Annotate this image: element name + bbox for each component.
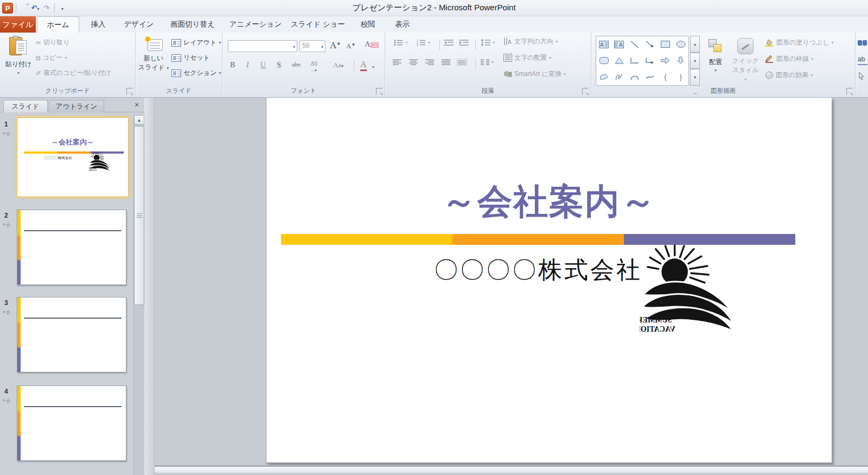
- shape-textbox-icon[interactable]: A: [596, 36, 611, 53]
- shape-fill-button[interactable]: 図形の塗りつぶし▾: [765, 38, 833, 47]
- bold-button[interactable]: B: [230, 61, 235, 69]
- shape-arrow-icon[interactable]: [642, 36, 658, 53]
- slide-thumbnail-2[interactable]: [17, 210, 126, 285]
- columns-button[interactable]: ▾: [481, 59, 494, 66]
- shape-rounded-rectangle-icon[interactable]: [596, 53, 611, 69]
- shape-right-brace-icon[interactable]: }: [673, 68, 688, 85]
- shape-line-icon[interactable]: [627, 36, 642, 53]
- paste-button[interactable]: 貼り付け ▾: [3, 35, 34, 86]
- scrollbar-thumb[interactable]: [134, 126, 144, 305]
- decrease-indent-button[interactable]: [444, 39, 454, 46]
- font-dialog-launcher[interactable]: [376, 88, 382, 94]
- tab-animations[interactable]: アニメーション: [227, 16, 284, 33]
- tab-transitions[interactable]: 画面切り替え: [163, 16, 222, 33]
- slide-accent-bar[interactable]: [281, 234, 795, 245]
- section-button[interactable]: セクション▾: [171, 68, 221, 78]
- shape-vertical-textbox-icon[interactable]: A: [611, 36, 627, 53]
- text-direction-button[interactable]: A 文字列の方向▾: [503, 37, 558, 46]
- shape-arc-icon[interactable]: [627, 68, 642, 85]
- numbering-button[interactable]: 123 ▾: [417, 39, 430, 46]
- text-shadow-button[interactable]: S: [277, 61, 281, 69]
- shape-elbow-arrow-icon[interactable]: [642, 53, 658, 69]
- tab-view[interactable]: 表示: [386, 16, 419, 33]
- gallery-up-button[interactable]: ▲: [690, 36, 700, 53]
- shape-down-arrow-icon[interactable]: [673, 53, 688, 69]
- gallery-down-button[interactable]: ▼: [690, 53, 700, 69]
- character-spacing-button[interactable]: A̲V̲↔▾: [310, 60, 318, 73]
- underline-button[interactable]: U: [260, 61, 266, 69]
- slide-thumbnail-1[interactable]: ～会社案内～ 〇〇〇〇株式会社: [17, 117, 129, 197]
- layout-button[interactable]: レイアウト▾: [171, 38, 221, 47]
- scrollbar-up-arrow[interactable]: ▲: [134, 115, 144, 125]
- align-left-button[interactable]: [393, 59, 402, 66]
- strikethrough-button[interactable]: abc: [292, 61, 301, 69]
- justify-button[interactable]: [442, 59, 451, 66]
- shape-freeform-icon[interactable]: [596, 68, 611, 85]
- tab-file[interactable]: ファイル: [0, 16, 36, 33]
- copy-button[interactable]: ⧉ コピー▾: [36, 53, 67, 62]
- convert-smartart-button[interactable]: SmartArt に変換▾: [503, 69, 566, 79]
- panel-splitter[interactable]: [144, 98, 155, 475]
- line-spacing-button[interactable]: ▾: [481, 39, 495, 46]
- shape-triangle-icon[interactable]: [611, 53, 627, 69]
- slide-thumbnail-4[interactable]: [17, 385, 126, 461]
- drawing-dialog-launcher[interactable]: [846, 88, 853, 94]
- align-center-button[interactable]: [409, 59, 418, 66]
- select-button[interactable]: [858, 72, 868, 81]
- clipboard-dialog-launcher[interactable]: [126, 88, 133, 94]
- font-name-combo[interactable]: ▾: [228, 40, 297, 52]
- company-logo[interactable]: SUMMER VACATION: [640, 244, 738, 337]
- copy-icon: ⧉: [36, 54, 41, 62]
- align-right-button[interactable]: [425, 59, 435, 66]
- slide-title[interactable]: ～会社案内～: [288, 178, 810, 225]
- animation-indicator-icon[interactable]: ☆: [3, 309, 11, 316]
- tab-review[interactable]: 校閲: [352, 16, 384, 33]
- increase-indent-button[interactable]: [459, 39, 469, 46]
- shape-scribble-icon[interactable]: [611, 68, 627, 85]
- paragraph-dialog-launcher[interactable]: [582, 88, 589, 94]
- font-color-dropdown[interactable]: ▾: [372, 62, 374, 71]
- shape-left-brace-icon[interactable]: {: [658, 68, 673, 85]
- slide-thumbnail-3[interactable]: [17, 297, 126, 372]
- change-case-button[interactable]: Aa▾: [333, 61, 343, 69]
- grow-font-button[interactable]: A▲: [330, 40, 341, 51]
- shape-right-arrow-icon[interactable]: [658, 53, 673, 69]
- panel-tab-slides[interactable]: スライド: [3, 100, 48, 112]
- slide-canvas[interactable]: ～会社案内～ 〇〇〇〇株式会社: [266, 98, 832, 463]
- animation-indicator-icon[interactable]: ☆: [3, 397, 11, 404]
- shape-oval-icon[interactable]: [673, 36, 688, 53]
- replace-button[interactable]: ab: [858, 55, 867, 65]
- panel-close-button[interactable]: ✕: [132, 101, 141, 110]
- shape-outline-button[interactable]: 図形の枠線▾: [765, 54, 813, 64]
- animation-indicator-icon[interactable]: ☆: [3, 130, 11, 137]
- font-size-combo[interactable]: 58▾: [299, 40, 326, 52]
- tab-home[interactable]: ホーム: [37, 16, 79, 33]
- quick-styles-button[interactable]: クイック スタイル ▾: [730, 37, 761, 86]
- tab-insert[interactable]: 挿入: [81, 16, 115, 33]
- tab-design[interactable]: デザイン: [117, 16, 161, 33]
- clear-formatting-button[interactable]: A⌫: [365, 40, 379, 49]
- tab-slideshow[interactable]: スライド ショー: [288, 16, 348, 33]
- new-slide-button[interactable]: ✹ 新しい スライド ▾: [138, 36, 169, 86]
- find-button[interactable]: [858, 39, 868, 49]
- shape-elbow-connector-icon[interactable]: [627, 53, 642, 69]
- format-painter-button[interactable]: ✐ 書式のコピー/貼り付け: [36, 68, 111, 78]
- cut-button[interactable]: ✂ 切り取り: [36, 38, 70, 47]
- shrink-font-button[interactable]: A▼: [346, 42, 355, 50]
- panel-scrollbar[interactable]: ▲: [133, 115, 144, 475]
- align-text-button[interactable]: 文字の配置▾: [503, 53, 551, 62]
- shape-effects-button[interactable]: 図形の効果▾: [765, 71, 813, 80]
- panel-tab-outline[interactable]: アウトライン: [49, 100, 104, 112]
- distribute-button[interactable]: [457, 59, 467, 66]
- gallery-more-button[interactable]: ▼—: [690, 69, 700, 86]
- arrange-button[interactable]: 配置 ▾: [703, 37, 728, 86]
- italic-button[interactable]: I: [246, 61, 249, 69]
- animation-indicator-icon[interactable]: ☆: [3, 221, 11, 229]
- reset-button[interactable]: リセット: [171, 53, 210, 62]
- shape-rectangle-icon[interactable]: [658, 36, 673, 53]
- font-color-button[interactable]: A: [360, 60, 367, 71]
- bullets-button[interactable]: ▾: [394, 39, 407, 46]
- shape-gallery[interactable]: A A { }: [596, 36, 689, 86]
- shape-curve-icon[interactable]: [642, 68, 658, 85]
- notes-pane-splitter[interactable]: [155, 467, 868, 473]
